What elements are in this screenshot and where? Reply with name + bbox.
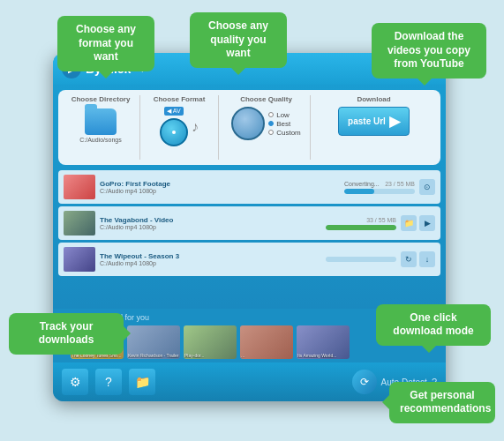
directory-section: Choose Directory C:/Audio/songs xyxy=(65,95,136,160)
tooltip-recommendations: Get personal recommendations xyxy=(389,382,495,423)
radio-best[interactable] xyxy=(268,121,274,126)
tooltip-quality: Choose any quality you want xyxy=(190,12,287,68)
settings-icon: ⚙ xyxy=(70,375,81,389)
rec-thumb-item[interactable]: Play-dor... xyxy=(184,325,237,359)
download-label: Download xyxy=(357,95,390,103)
format-knob[interactable] xyxy=(160,118,188,146)
download-size: 23 / 55 MB xyxy=(385,181,415,187)
tooltip-format: Choose any format you want xyxy=(57,16,154,71)
rec-thumb-label: Its Amazing World... xyxy=(297,353,349,358)
quality-knob-wrap: Low Best Custom xyxy=(231,107,301,140)
download-meta: C:/Audio mp4 1080p xyxy=(100,188,340,194)
paste-url-arrow: ▶ xyxy=(389,113,400,130)
format-label: Choose Format xyxy=(154,95,206,103)
folder-icon[interactable] xyxy=(85,108,117,135)
download-item: The Vagabond - Video C:/Audio mp4 1080p … xyxy=(58,206,440,240)
download-thumbnail xyxy=(64,175,95,199)
folder-open-icon: 📁 xyxy=(135,375,150,389)
download-info: GoPro: First Footage C:/Audio mp4 1080p xyxy=(100,180,340,194)
rec-thumb-item[interactable]: ... xyxy=(240,325,293,359)
download-item: GoPro: First Footage C:/Audio mp4 1080p … xyxy=(58,170,440,204)
action-btn-arrow[interactable]: ↓ xyxy=(419,251,435,267)
radio-custom[interactable] xyxy=(268,130,274,135)
rec-thumb-label: ... xyxy=(241,353,292,358)
knob-dot xyxy=(172,131,176,134)
av-tag[interactable]: ◀ AV xyxy=(164,107,183,116)
auto-detect-icon[interactable]: ⟳ xyxy=(352,370,377,394)
action-btn-folder[interactable]: 📁 xyxy=(401,215,417,231)
rec-thumb-label: Kevin Richardson - Trailer xyxy=(128,353,179,358)
download-list: GoPro: First Footage C:/Audio mp4 1080p … xyxy=(58,170,440,276)
quality-section: Choose Quality Low Best xyxy=(222,95,311,160)
download-thumbnail xyxy=(64,247,95,272)
folder-path: C:/Audio/songs xyxy=(79,137,121,143)
download-item: The Wipeout - Season 3 C:/Audio mp4 1080… xyxy=(58,243,440,276)
progress-bar-bg xyxy=(326,257,396,262)
quality-low[interactable]: Low xyxy=(268,111,301,119)
progress-bar-bg xyxy=(344,189,415,194)
download-title: The Vagabond - Video xyxy=(100,216,321,224)
download-section: Download paste Url ▶ xyxy=(314,95,433,160)
paste-url-button[interactable]: paste Url ▶ xyxy=(338,107,410,136)
format-knob-area: ◀ AV ♪ xyxy=(160,107,199,146)
download-size: 33 / 55 MB xyxy=(366,217,396,223)
action-btn-refresh[interactable]: ↻ xyxy=(401,251,417,267)
download-meta: C:/Audio mp4 1080p xyxy=(100,260,321,266)
quality-best[interactable]: Best xyxy=(268,120,301,128)
download-title: GoPro: First Footage xyxy=(100,180,340,188)
action-btn-1[interactable]: ⊙ xyxy=(419,179,435,195)
action-btn-play[interactable]: ▶ xyxy=(419,215,435,231)
download-actions: ⊙ xyxy=(419,179,435,195)
paste-url-label: paste Url xyxy=(348,116,386,126)
converting-status: Converting... xyxy=(344,181,380,187)
download-info: The Wipeout - Season 3 C:/Audio mp4 1080… xyxy=(100,252,321,266)
download-progress-area xyxy=(326,257,396,262)
download-progress-area: 33 / 55 MB xyxy=(326,217,396,230)
help-icon: ? xyxy=(105,375,112,389)
quality-custom[interactable]: Custom xyxy=(268,129,301,137)
help-button[interactable]: ? xyxy=(95,369,122,395)
progress-bar-fill xyxy=(344,189,374,194)
download-progress-area: Converting... 23 / 55 MB xyxy=(344,181,415,194)
download-title: The Wipeout - Season 3 xyxy=(100,252,321,260)
download-actions: 📁 ▶ xyxy=(401,215,435,231)
format-section: Choose Format ◀ AV ♪ xyxy=(139,95,219,160)
radio-low[interactable] xyxy=(268,112,274,117)
download-info: The Vagabond - Video C:/Audio mp4 1080p xyxy=(100,216,321,230)
progress-bar-bg xyxy=(326,225,396,230)
folder-button[interactable]: 📁 xyxy=(129,369,155,395)
tooltip-track: Track your downloads xyxy=(9,313,124,355)
tooltip-download-copy: Download the videos you copy from YouTub… xyxy=(372,23,486,78)
download-actions: ↻ ↓ xyxy=(401,251,435,267)
note-icon: ♪ xyxy=(192,119,199,135)
rec-thumb-item[interactable]: Its Amazing World... xyxy=(297,325,350,359)
quality-knob[interactable] xyxy=(231,107,265,140)
download-meta: C:/Audio mp4 1080p xyxy=(100,224,321,230)
rec-thumb-label: Play-dor... xyxy=(184,353,236,358)
config-panel: Choose Directory C:/Audio/songs Choose F… xyxy=(58,90,440,165)
quality-options: Low Best Custom xyxy=(268,111,301,137)
settings-button[interactable]: ⚙ xyxy=(62,369,88,395)
download-thumbnail xyxy=(64,211,95,235)
progress-bar-fill xyxy=(326,225,396,230)
directory-label: Choose Directory xyxy=(71,95,131,103)
quality-label: Choose Quality xyxy=(240,95,292,103)
tooltip-oneclick: One click download mode xyxy=(376,304,491,346)
